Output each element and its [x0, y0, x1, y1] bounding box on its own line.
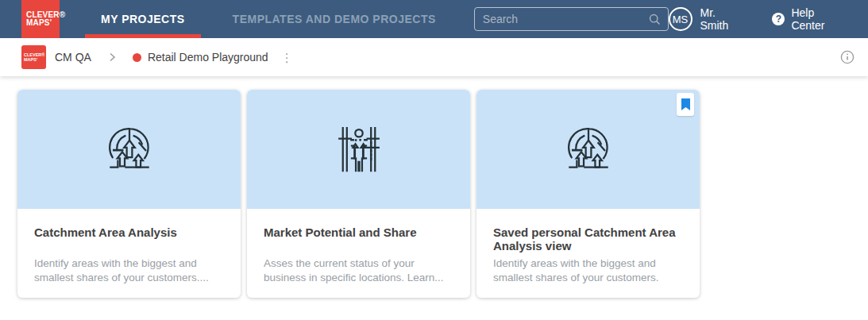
card-body: Saved personal Catchment Area Analysis v… — [476, 209, 700, 284]
bookmark-button[interactable] — [677, 93, 694, 116]
search-icon[interactable] — [648, 13, 662, 26]
project-card[interactable]: Saved personal Catchment Area Analysis v… — [476, 90, 700, 298]
project-breadcrumb-bar: CLEVER® MAPS' CM QA Retail Demo Playgrou… — [0, 38, 868, 76]
card-media — [17, 90, 241, 209]
logo-sm-line2: MAPS' — [24, 57, 46, 62]
clevermaps-home-logo[interactable]: CLEVER® MAPS' — [21, 45, 46, 69]
card-title: Catchment Area Analysis — [34, 226, 225, 256]
help-center-button[interactable]: ? Help Center — [772, 6, 849, 32]
tab-my-projects-label: MY PROJECTS — [101, 13, 185, 25]
top-navigation-bar: CLEVER® MAPS' MY PROJECTS TEMPLATES AND … — [0, 0, 868, 38]
user-name[interactable]: Mr. Smith — [700, 6, 746, 32]
card-media — [247, 90, 470, 209]
tab-templates-demo-projects[interactable]: TEMPLATES AND DEMO PROJECTS — [217, 0, 452, 38]
card-title: Market Potential and Share — [264, 226, 454, 256]
card-body: Market Potential and Share Asses the cur… — [247, 209, 470, 284]
clevermaps-logo[interactable]: CLEVER® MAPS' — [21, 0, 60, 38]
help-center-label: Help Center — [791, 6, 849, 32]
chevron-right-icon — [107, 52, 117, 62]
search-box[interactable] — [474, 7, 669, 31]
project-cards: Catchment Area Analysis Identify areas w… — [0, 76, 868, 298]
help-icon: ? — [772, 13, 785, 25]
card-description: Asses the current status of your busines… — [264, 256, 454, 284]
tab-my-projects[interactable]: MY PROJECTS — [85, 0, 201, 38]
project-card[interactable]: Catchment Area Analysis Identify areas w… — [17, 90, 241, 298]
bookmark-icon — [681, 98, 691, 111]
catchment-area-icon — [100, 121, 159, 178]
logo-line2: MAPS' — [26, 19, 60, 27]
catchment-area-icon — [559, 121, 618, 178]
card-body: Catchment Area Analysis Identify areas w… — [17, 209, 241, 284]
market-potential-icon — [330, 121, 388, 178]
card-title: Saved personal Catchment Area Analysis v… — [493, 226, 684, 256]
card-description: Identify areas with the biggest and smal… — [493, 256, 684, 284]
tab-templates-demo-projects-label: TEMPLATES AND DEMO PROJECTS — [233, 13, 436, 25]
card-media — [476, 90, 700, 209]
main-tabs: MY PROJECTS TEMPLATES AND DEMO PROJECTS — [85, 0, 452, 38]
breadcrumb-project-name[interactable]: Retail Demo Playground — [148, 51, 268, 64]
project-card[interactable]: Market Potential and Share Asses the cur… — [247, 90, 470, 298]
kebab-menu-icon[interactable]: ⋮ — [278, 50, 296, 65]
card-description: Identify areas with the biggest and smal… — [34, 256, 225, 284]
info-icon[interactable] — [840, 50, 854, 64]
topbar-right-group: MS Mr. Smith ? Help Center — [669, 6, 850, 32]
user-avatar[interactable]: MS — [669, 7, 692, 31]
search-input[interactable] — [483, 13, 648, 25]
user-initials: MS — [673, 13, 689, 25]
breadcrumb-workspace[interactable]: CM QA — [55, 51, 91, 64]
project-status-dot — [133, 53, 141, 62]
